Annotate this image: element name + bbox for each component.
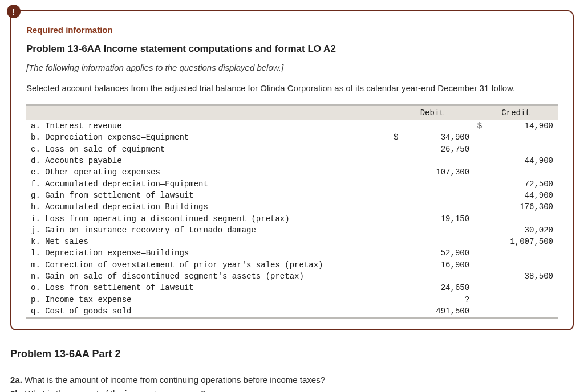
debit-amount: 24,650 xyxy=(398,282,474,293)
credit-amount: 72,500 xyxy=(482,178,558,190)
credit-amount: 176,300 xyxy=(482,201,558,213)
debit-amount: 107,300 xyxy=(398,166,474,178)
credit-symbol xyxy=(474,178,482,190)
row-label: f. Accumulated depreciation—Equipment xyxy=(26,178,390,190)
credit-amount xyxy=(482,259,558,271)
row-label: a. Interest revenue xyxy=(26,120,390,132)
table-row: o. Loss from settlement of lawsuit24,650 xyxy=(26,282,558,293)
question-number: 2a. xyxy=(10,375,22,385)
row-label: b. Depreciation expense—Equipment xyxy=(26,132,390,143)
debit-symbol xyxy=(390,236,398,247)
row-label: p. Income tax expense xyxy=(26,294,390,305)
row-label: m. Correction of overstatement of prior … xyxy=(26,259,390,271)
credit-amount: 14,900 xyxy=(482,120,558,132)
credit-symbol xyxy=(474,282,482,293)
table-row: p. Income tax expense? xyxy=(26,294,558,305)
debit-symbol xyxy=(390,259,398,271)
question-line: 2a. What is the amount of income from co… xyxy=(10,374,574,386)
table-row: d. Accounts payable44,900 xyxy=(26,155,558,166)
table-row: l. Depreciation expense—Buildings52,900 xyxy=(26,247,558,259)
credit-amount xyxy=(482,132,558,143)
credit-amount: 38,500 xyxy=(482,271,558,282)
table-row: k. Net sales1,007,500 xyxy=(26,236,558,247)
credit-symbol xyxy=(474,201,482,213)
table-row: q. Cost of goods sold491,500 xyxy=(26,305,558,317)
credit-symbol xyxy=(474,155,482,166)
credit-symbol xyxy=(474,213,482,224)
col-credit: Credit xyxy=(474,106,558,120)
table-row: n. Gain on sale of discontinued segment'… xyxy=(26,271,558,282)
row-label: h. Accumulated depreciation—Buildings xyxy=(26,201,390,213)
debit-amount: 19,150 xyxy=(398,213,474,224)
credit-symbol xyxy=(474,305,482,317)
debit-amount: 491,500 xyxy=(398,305,474,317)
credit-symbol xyxy=(474,294,482,305)
debit-amount xyxy=(398,178,474,190)
debit-symbol xyxy=(390,282,398,293)
credit-amount xyxy=(482,305,558,317)
trial-balance-table: Debit Credit a. Interest revenue$14,900b… xyxy=(26,106,558,317)
credit-symbol xyxy=(474,271,482,282)
row-label: l. Depreciation expense—Buildings xyxy=(26,247,390,259)
row-label: i. Loss from operating a discontinued se… xyxy=(26,213,390,224)
credit-amount: 44,900 xyxy=(482,190,558,201)
credit-symbol xyxy=(474,166,482,178)
debit-symbol xyxy=(390,155,398,166)
applies-note: [The following information applies to th… xyxy=(26,62,558,74)
credit-amount xyxy=(482,282,558,293)
row-label: g. Gain from settlement of lawsuit xyxy=(26,190,390,201)
credit-symbol xyxy=(474,132,482,143)
debit-symbol xyxy=(390,190,398,201)
table-row: g. Gain from settlement of lawsuit44,900 xyxy=(26,190,558,201)
debit-symbol xyxy=(390,201,398,213)
question-text: What is the amount of income from contin… xyxy=(22,375,325,385)
row-label: n. Gain on sale of discontinued segment'… xyxy=(26,271,390,282)
table-row: a. Interest revenue$14,900 xyxy=(26,120,558,132)
table-row: f. Accumulated depreciation—Equipment72,… xyxy=(26,178,558,190)
row-label: c. Loss on sale of equipment xyxy=(26,144,390,155)
alert-badge-icon: ! xyxy=(7,5,21,18)
debit-amount xyxy=(398,120,474,132)
required-info-label: Required information xyxy=(26,24,558,36)
credit-amount: 44,900 xyxy=(482,155,558,166)
credit-symbol xyxy=(474,259,482,271)
debit-amount xyxy=(398,224,474,236)
intro-text: Selected account balances from the adjus… xyxy=(26,82,558,95)
row-label: e. Other operating expenses xyxy=(26,166,390,178)
debit-amount xyxy=(398,190,474,201)
table-row: c. Loss on sale of equipment26,750 xyxy=(26,144,558,155)
question-line: 2b. What is the amount of the income tax… xyxy=(10,387,574,392)
credit-amount xyxy=(482,213,558,224)
debit-amount: 26,750 xyxy=(398,144,474,155)
debit-symbol xyxy=(390,224,398,236)
questions-block: 2a. What is the amount of income from co… xyxy=(10,374,574,392)
debit-amount xyxy=(398,271,474,282)
debit-amount: ? xyxy=(398,294,474,305)
debit-amount xyxy=(398,236,474,247)
trial-balance-table-wrap: Debit Credit a. Interest revenue$14,900b… xyxy=(26,104,558,319)
debit-symbol xyxy=(390,305,398,317)
credit-symbol xyxy=(474,144,482,155)
problem-title: Problem 13-6AA Income statement computat… xyxy=(26,42,558,56)
debit-symbol xyxy=(390,294,398,305)
question-text: What is the amount of the income tax exp… xyxy=(23,389,206,392)
debit-amount: 34,900 xyxy=(398,132,474,143)
debit-symbol xyxy=(390,271,398,282)
table-row: b. Depreciation expense—Equipment$34,900 xyxy=(26,132,558,143)
credit-symbol: $ xyxy=(474,120,482,132)
table-row: m. Correction of overstatement of prior … xyxy=(26,259,558,271)
problem-card: ! Required information Problem 13-6AA In… xyxy=(10,10,574,330)
table-row: e. Other operating expenses107,300 xyxy=(26,166,558,178)
debit-symbol xyxy=(390,120,398,132)
credit-symbol xyxy=(474,247,482,259)
credit-amount xyxy=(482,294,558,305)
credit-amount: 30,020 xyxy=(482,224,558,236)
row-label: q. Cost of goods sold xyxy=(26,305,390,317)
part2-title: Problem 13-6AA Part 2 xyxy=(10,346,574,361)
debit-amount: 16,900 xyxy=(398,259,474,271)
debit-symbol xyxy=(390,166,398,178)
credit-amount xyxy=(482,166,558,178)
debit-symbol xyxy=(390,247,398,259)
debit-amount xyxy=(398,201,474,213)
question-number: 2b. xyxy=(10,389,23,392)
